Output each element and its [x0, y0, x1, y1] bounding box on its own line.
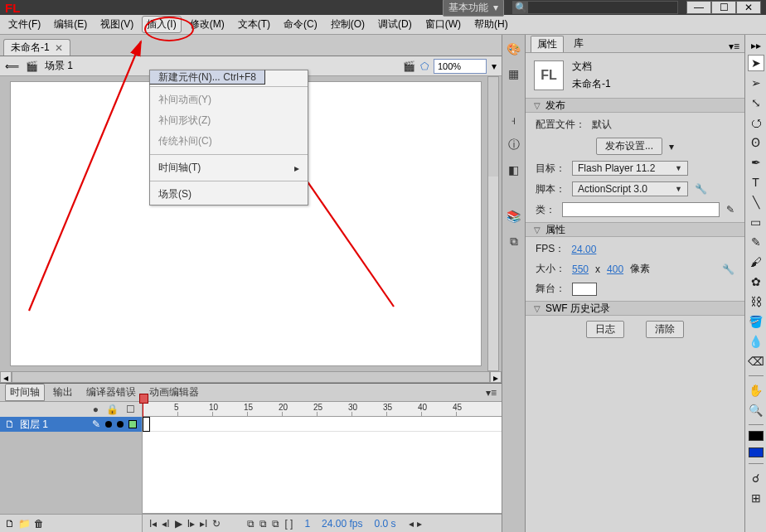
new-folder-icon[interactable]: 📁 — [18, 518, 31, 530]
tab-motion-editor[interactable]: 动画编辑器 — [144, 384, 204, 401]
layer-row[interactable]: 🗋 图层 1 ✎ — [0, 417, 142, 432]
menu-view[interactable]: 视图(V) — [95, 16, 138, 33]
panel-menu-icon[interactable]: ▾≡ — [486, 387, 497, 399]
stage-height[interactable]: 400 — [607, 264, 623, 275]
search-box[interactable]: 🔍 — [512, 1, 678, 14]
section-history[interactable]: ▽SWF 历史记录 — [526, 301, 744, 316]
loop-icon[interactable]: ↻ — [212, 518, 221, 530]
step-back-icon[interactable]: ◂I — [162, 518, 169, 530]
subselection-tool[interactable]: ➢ — [748, 75, 764, 91]
play-icon[interactable]: ▶ — [175, 518, 182, 530]
panel-grip-icon[interactable]: ▸▸ — [751, 40, 761, 51]
swatches-panel-icon[interactable]: ▦ — [507, 66, 521, 81]
workspace-switcher[interactable]: 基本功能▾ — [443, 0, 504, 17]
menuitem-new-symbol[interactable]: 新建元件(N)...Ctrl+F8 — [149, 70, 265, 85]
script-dropdown[interactable]: ActionScript 3.0▼ — [572, 181, 688, 196]
clear-button[interactable]: 清除 — [646, 321, 684, 338]
menu-help[interactable]: 帮助(H) — [469, 16, 513, 33]
lock-icon[interactable]: 🔒 — [106, 404, 119, 415]
keyframe-1[interactable] — [143, 417, 150, 432]
chevron-down-icon[interactable]: ▾ — [669, 141, 674, 152]
rectangle-tool[interactable]: ▭ — [748, 214, 764, 230]
tab-library[interactable]: 库 — [567, 35, 590, 52]
selection-tool[interactable]: ➤ — [748, 55, 764, 71]
publish-settings-button[interactable]: 发布设置... — [596, 138, 662, 155]
menu-text[interactable]: 文本(T) — [233, 16, 275, 33]
pen-tool[interactable]: ✒ — [748, 154, 764, 171]
bone-tool[interactable]: ⛓ — [748, 293, 764, 310]
delete-layer-icon[interactable]: 🗑 — [34, 518, 44, 530]
maximize-button[interactable]: ☐ — [711, 1, 736, 14]
pencil-tool[interactable]: ✎ — [748, 234, 764, 250]
onion-outline-icon[interactable]: ⧉ — [259, 518, 267, 530]
3d-rotate-tool[interactable]: ⭯ — [748, 114, 764, 131]
document-tab[interactable]: 未命名-1 ✕ — [3, 39, 70, 56]
project-panel-icon[interactable]: ⧉ — [507, 234, 521, 249]
fill-swatch[interactable] — [749, 447, 764, 457]
wrench-icon[interactable]: 🔧 — [722, 264, 734, 275]
stage-color-swatch[interactable] — [572, 283, 597, 296]
menu-window[interactable]: 窗口(W) — [420, 16, 466, 33]
eyedropper-tool[interactable]: 💧 — [748, 333, 764, 350]
menu-control[interactable]: 控制(O) — [326, 16, 370, 33]
align-panel-icon[interactable]: ⫞ — [507, 113, 521, 128]
tab-output[interactable]: 输出 — [48, 384, 78, 401]
layer-visible-dot[interactable] — [105, 421, 112, 428]
menu-file[interactable]: 文件(F) — [3, 16, 46, 33]
marker-icon[interactable]: [ ] — [284, 518, 293, 530]
layer-outline-swatch[interactable] — [128, 420, 137, 428]
library-panel-icon[interactable]: 📚 — [507, 209, 521, 224]
menu-insert[interactable]: 插入(I) — [142, 16, 181, 33]
step-fwd-icon[interactable]: I▸ — [187, 518, 195, 530]
transform-panel-icon[interactable]: ◧ — [507, 162, 521, 177]
target-dropdown[interactable]: Flash Player 11.2▼ — [572, 161, 688, 176]
pencil-icon[interactable]: ✎ — [726, 204, 734, 215]
back-icon[interactable]: ⟸ — [5, 60, 19, 72]
section-publish[interactable]: ▽发布 — [526, 98, 744, 113]
minimize-button[interactable]: — — [686, 1, 711, 14]
log-button[interactable]: 日志 — [586, 321, 624, 338]
stroke-swatch[interactable] — [749, 431, 764, 441]
horizontal-scrollbar[interactable]: ◂▸ — [0, 371, 502, 383]
info-panel-icon[interactable]: ⓘ — [507, 138, 521, 152]
eye-icon[interactable]: ● — [93, 404, 99, 415]
edit-scene-icon[interactable]: 🎬 — [403, 60, 415, 72]
close-button[interactable]: ✕ — [736, 1, 761, 14]
layer-lock-dot[interactable] — [117, 421, 124, 428]
goto-first-icon[interactable]: I◂ — [149, 518, 157, 530]
edit-multiple-icon[interactable]: ⧉ — [272, 518, 279, 530]
menuitem-timeline[interactable]: 时间轴(T)▸ — [150, 157, 308, 178]
section-attributes[interactable]: ▽属性 — [526, 222, 744, 237]
options-icon[interactable]: ⊞ — [748, 490, 764, 506]
menu-edit[interactable]: 编辑(E) — [49, 16, 92, 33]
tab-properties[interactable]: 属性 — [531, 36, 564, 52]
close-tab-icon[interactable]: ✕ — [55, 42, 63, 54]
text-tool[interactable]: T — [748, 174, 764, 191]
menuitem-scene[interactable]: 场景(S) — [150, 184, 308, 205]
class-input[interactable] — [562, 202, 720, 217]
outline-icon[interactable]: ☐ — [126, 404, 135, 415]
snap-icon[interactable]: ☌ — [748, 470, 764, 486]
paint-bucket-tool[interactable]: 🪣 — [748, 313, 764, 330]
lasso-tool[interactable]: ʘ — [748, 134, 764, 151]
menu-modify[interactable]: 修改(M) — [185, 16, 230, 33]
frame-ruler[interactable]: 51015202530354045 — [143, 402, 502, 417]
stage-width[interactable]: 550 — [572, 264, 589, 275]
zoom-input[interactable] — [434, 59, 487, 74]
wrench-icon[interactable]: 🔧 — [695, 183, 707, 195]
menu-commands[interactable]: 命令(C) — [279, 16, 322, 33]
color-panel-icon[interactable]: 🎨 — [507, 41, 521, 56]
deco-tool[interactable]: ✿ — [748, 273, 764, 290]
line-tool[interactable]: ╲ — [748, 194, 764, 210]
fps-value[interactable]: 24.00 — [571, 244, 596, 255]
free-transform-tool[interactable]: ⤡ — [748, 94, 764, 111]
tab-timeline[interactable]: 时间轴 — [5, 384, 45, 401]
zoom-tool[interactable]: 🔍 — [748, 402, 764, 418]
zoom-dropdown-icon[interactable]: ▾ — [492, 60, 497, 72]
vertical-scrollbar[interactable] — [487, 76, 499, 371]
menu-debug[interactable]: 调试(D) — [373, 16, 417, 33]
frame-tracks[interactable] — [143, 417, 502, 514]
panel-menu-icon[interactable]: ▾≡ — [729, 41, 739, 52]
goto-last-icon[interactable]: ▸I — [200, 518, 207, 530]
edit-symbol-icon[interactable]: ⬠ — [420, 60, 429, 72]
